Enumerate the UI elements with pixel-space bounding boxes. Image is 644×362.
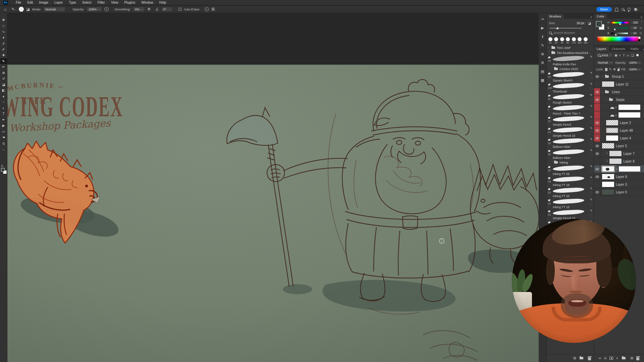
- brush-item[interactable]: 30 ✎ Rough Sketch: [547, 94, 594, 105]
- lock-paint-icon[interactable]: ✎: [609, 68, 612, 71]
- visibility-toggle[interactable]: [594, 80, 600, 88]
- airbrush-icon[interactable]: ✐: [205, 7, 209, 11]
- brush-item[interactable]: 15 ✎ Inking TT 15: [547, 198, 594, 209]
- brush-size-value[interactable]: 30 px: [575, 21, 586, 25]
- delete-layer-icon[interactable]: [636, 357, 639, 360]
- histogram-panel-icon[interactable]: ▦: [539, 76, 546, 85]
- twisty-icon[interactable]: ›: [548, 51, 551, 54]
- brush-preset-icon[interactable]: ✎⌄: [11, 7, 16, 11]
- smoothing-select[interactable]: 0%⌄: [133, 7, 145, 12]
- layer-opacity-select[interactable]: 100%⌄: [628, 61, 642, 65]
- brush-tip-preview[interactable]: [19, 7, 24, 12]
- discover-lightbulb-icon[interactable]: [628, 8, 631, 11]
- search-icon[interactable]: [622, 8, 624, 11]
- visibility-toggle[interactable]: [594, 119, 600, 126]
- share-button[interactable]: Share: [596, 7, 612, 12]
- eyedropper-tool[interactable]: ✐: [0, 47, 7, 53]
- menu-item[interactable]: Layer: [51, 1, 66, 4]
- toggle-brush-panel-icon[interactable]: ◪: [26, 7, 30, 11]
- brush-folder[interactable]: › Tim-brushes-Nov2019: [547, 50, 594, 55]
- filter-smart-object-icon[interactable]: ❏: [631, 53, 634, 57]
- visibility-toggle[interactable]: [594, 127, 600, 134]
- layer-row[interactable]: └ › ▄▆▄ 8 Lines: [594, 88, 644, 96]
- menu-item[interactable]: Image: [36, 1, 51, 4]
- canvas-area[interactable]: M MCBURNIE ~ THE WING CODEX Workshop Pac…: [7, 13, 539, 362]
- layer-row[interactable]: └ › ▄▆▄ 8 Layer 5: [594, 142, 644, 150]
- menu-item[interactable]: Edit: [24, 1, 36, 4]
- layer-row[interactable]: └ › ▄▆▄ 8 Layer 3: [594, 181, 644, 188]
- brush-item[interactable]: 15 ✎ Simple Pencil 15: [547, 127, 594, 138]
- add-mask-icon[interactable]: [609, 357, 613, 360]
- crop-tool[interactable]: ♯: [0, 41, 7, 47]
- smoothing-options-gear-icon[interactable]: ⚙: [147, 7, 151, 11]
- workspace-switcher-icon[interactable]: ▣⌄: [634, 7, 639, 11]
- quick-selection-tool[interactable]: ✦: [0, 35, 7, 41]
- link-layers-icon[interactable]: ∞: [599, 356, 601, 360]
- layer-row[interactable]: └ › ▄▆▄ 8 Layer 11: [594, 80, 644, 88]
- smudge-tool[interactable]: ☟: [0, 99, 7, 105]
- tab-channels[interactable]: Channels: [609, 46, 628, 51]
- filter-image-icon[interactable]: ▣: [614, 53, 618, 57]
- layer-row[interactable]: └ › ▄▆▄ 8: [594, 111, 644, 119]
- notifications-bell-icon[interactable]: [615, 8, 618, 11]
- pencil-tool[interactable]: ✏: [0, 64, 7, 70]
- brush-item[interactable]: 10 ✎ Square Sketch: [547, 71, 594, 82]
- layer-thumbnail[interactable]: [609, 158, 622, 164]
- blur-tool[interactable]: ♦: [0, 94, 7, 100]
- history-brush-tool[interactable]: ↺: [0, 76, 7, 82]
- mask-link-icon[interactable]: 8: [615, 106, 616, 109]
- brush-preset[interactable]: 20: [554, 37, 559, 44]
- lock-position-icon[interactable]: ✥: [613, 68, 616, 71]
- hue-slider[interactable]: [611, 21, 629, 24]
- brush-preset[interactable]: 500: [577, 37, 582, 44]
- brush-item[interactable]: 15 ✎ Pallete Knife Pen: [547, 55, 594, 66]
- visibility-toggle[interactable]: [594, 73, 600, 80]
- symmetry-icon[interactable]: Ӝ: [211, 7, 215, 11]
- visibility-toggle[interactable]: [594, 142, 600, 149]
- layer-thumbnail[interactable]: [602, 189, 614, 195]
- brush-preset-picker-icon[interactable]: ◪: [588, 21, 592, 25]
- brush-preset[interactable]: 30: [548, 37, 553, 44]
- default-colors-icon[interactable]: ◱: [1, 165, 3, 167]
- layer-mask-thumbnail[interactable]: [618, 112, 641, 118]
- visibility-toggle[interactable]: [594, 96, 600, 103]
- layer-thumbnail[interactable]: [602, 181, 614, 187]
- filter-adjustment-icon[interactable]: ◐: [619, 53, 621, 57]
- layer-row[interactable]: └ › ▄▆▄ 8 Group 1: [594, 73, 644, 80]
- adjustment-layer-icon[interactable]: ◐: [616, 356, 619, 360]
- brushes-panel-icon[interactable]: ✑: [539, 15, 546, 24]
- info-panel-icon[interactable]: ℹ: [539, 33, 546, 41]
- tool-presets-panel-icon[interactable]: ⚙: [539, 59, 546, 67]
- filter-shape-icon[interactable]: ▭: [626, 53, 629, 57]
- twisty-icon[interactable]: ›: [606, 98, 609, 101]
- healing-brush-tool[interactable]: ✚: [0, 52, 7, 58]
- brush-item[interactable]: 20 ✎ Inking TT 20: [547, 187, 594, 198]
- hand-tool[interactable]: ☚: [0, 134, 7, 140]
- delete-brush-icon[interactable]: [588, 357, 591, 360]
- tab-layers[interactable]: Layers: [594, 46, 609, 51]
- brush-item[interactable]: 25 ✎ Inking TT 25: [547, 165, 594, 176]
- menu-item[interactable]: File: [13, 1, 24, 4]
- menu-item[interactable]: Plugins: [121, 1, 138, 4]
- twisty-icon[interactable]: ›: [551, 67, 554, 70]
- layer-thumbnail[interactable]: [602, 166, 614, 172]
- tab-color[interactable]: Color: [594, 14, 607, 19]
- visibility-toggle[interactable]: [594, 134, 600, 142]
- layer-blend-mode-select[interactable]: Normal⌄: [596, 60, 614, 65]
- brush-item[interactable]: 10 ✎ Simple Pencil: [547, 116, 594, 127]
- menu-item[interactable]: Window: [138, 1, 156, 4]
- color-spectrum-ramp[interactable]: [597, 37, 641, 42]
- layer-row[interactable]: └ › ▄▆▄ 8 Layer 8: [594, 158, 644, 165]
- dodge-tool[interactable]: ◐: [0, 105, 7, 111]
- twisty-icon[interactable]: ›: [548, 46, 551, 49]
- visibility-toggle[interactable]: [594, 88, 600, 96]
- visibility-toggle[interactable]: [594, 188, 600, 196]
- actions-panel-icon[interactable]: ▶: [539, 24, 546, 33]
- layer-style-fx-icon[interactable]: fx: [604, 357, 606, 360]
- panel-menu-icon[interactable]: ≡: [589, 15, 594, 19]
- layer-thumbnail[interactable]: [609, 150, 622, 157]
- visibility-toggle[interactable]: [594, 173, 600, 180]
- menu-item[interactable]: View: [108, 1, 121, 4]
- layer-row[interactable]: └ › ▄▆▄ 8: [594, 104, 644, 111]
- brush-preset[interactable]: 30: [559, 37, 565, 44]
